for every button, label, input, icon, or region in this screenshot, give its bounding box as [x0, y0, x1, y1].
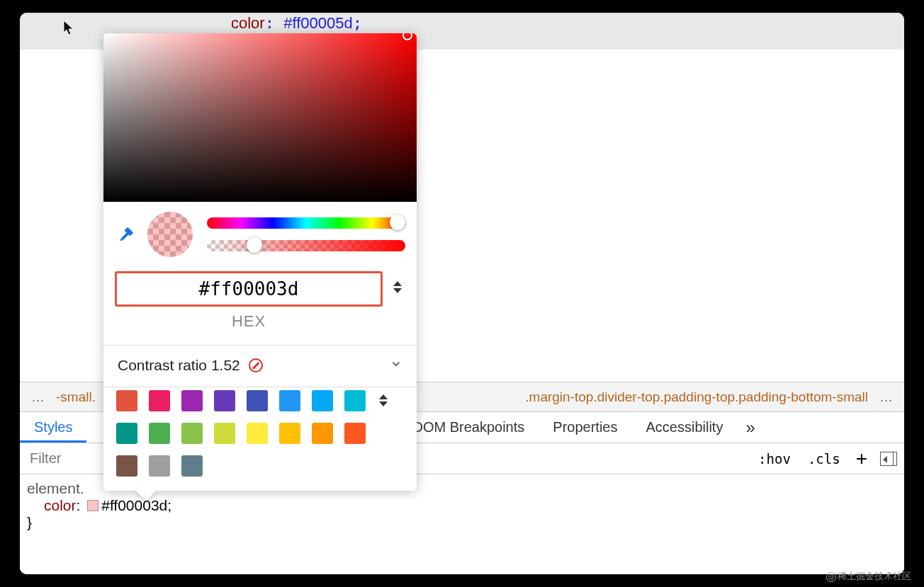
breadcrumb-more-left[interactable]: … — [24, 389, 52, 405]
contrast-label: Contrast ratio — [118, 357, 207, 373]
tab-dom-breakpoints[interactable]: DOM Breakpoints — [398, 412, 539, 443]
palette-swatch[interactable] — [149, 455, 170, 477]
alpha-slider[interactable] — [207, 240, 405, 251]
palette-section — [103, 387, 417, 491]
palette-swatch[interactable] — [344, 423, 366, 444]
rule-value[interactable]: #ff00003d — [101, 497, 167, 513]
content-area: color: #ff00005d; — [20, 50, 904, 574]
hue-handle[interactable] — [390, 215, 405, 230]
palette-swatch[interactable] — [312, 423, 333, 444]
watermark: @稀土掘金技术社区 — [826, 570, 911, 583]
palette-swatch[interactable] — [279, 390, 300, 411]
palette-swatch[interactable] — [344, 390, 366, 411]
palette-swatch[interactable] — [279, 423, 300, 444]
breadcrumb-classes[interactable]: .margin-top.divider-top.padding-top.padd… — [521, 389, 872, 405]
palette-swatch[interactable] — [181, 390, 203, 411]
tabs-overflow-icon[interactable]: » — [745, 418, 755, 438]
palette-swatch[interactable] — [247, 423, 268, 444]
color-swatch-icon[interactable] — [87, 500, 98, 511]
color-format-stepper[interactable] — [390, 281, 405, 293]
hint-property: color — [231, 14, 265, 32]
rule-close: } — [27, 514, 32, 530]
palette-swatch[interactable] — [181, 423, 203, 444]
palette-swatch[interactable] — [247, 390, 268, 411]
palette-swatch[interactable] — [312, 390, 333, 411]
saturation-spectrum[interactable] — [103, 33, 417, 202]
palette-swatch[interactable] — [181, 455, 203, 477]
rule-selector: element. — [27, 480, 84, 496]
toggle-sidebar-icon[interactable] — [880, 452, 897, 466]
breadcrumb-left[interactable]: -small. — [52, 389, 100, 405]
cls-button[interactable]: .cls — [799, 450, 849, 468]
tab-properties[interactable]: Properties — [539, 412, 631, 443]
palette-swatch[interactable] — [214, 423, 235, 444]
css-hint: color: #ff00005d; — [231, 14, 362, 33]
hov-button[interactable]: :hov — [750, 450, 799, 468]
palette-swatch[interactable] — [214, 390, 235, 411]
breadcrumb-more-right[interactable]: … — [872, 389, 900, 405]
new-rule-button[interactable]: + — [849, 448, 874, 470]
palette-swatch[interactable] — [149, 390, 170, 411]
rule-property[interactable]: color — [44, 497, 77, 513]
hex-input[interactable] — [115, 271, 383, 307]
contrast-fail-icon — [249, 358, 263, 372]
palette-swatch[interactable] — [116, 423, 137, 444]
hex-label: HEX — [115, 312, 383, 331]
current-color-swatch — [147, 212, 193, 257]
contrast-section[interactable]: Contrast ratio 1.52 — [103, 346, 417, 385]
palette-stepper[interactable] — [376, 394, 391, 477]
hint-value: #ff00005d — [283, 14, 352, 32]
tab-styles[interactable]: Styles — [20, 412, 86, 443]
chevron-down-icon[interactable] — [390, 357, 402, 374]
tab-accessibility[interactable]: Accessibility — [631, 412, 737, 443]
contrast-value: 1.52 — [211, 357, 240, 373]
hue-slider[interactable] — [207, 217, 405, 229]
palette-swatch[interactable] — [116, 390, 137, 411]
window: color: #ff00005d; — [20, 13, 904, 574]
eyedropper-button[interactable] — [115, 223, 137, 246]
palette-swatch[interactable] — [149, 423, 170, 444]
palette-swatch[interactable] — [116, 455, 137, 477]
color-picker: HEX Contrast ratio 1.52 — [103, 33, 417, 491]
